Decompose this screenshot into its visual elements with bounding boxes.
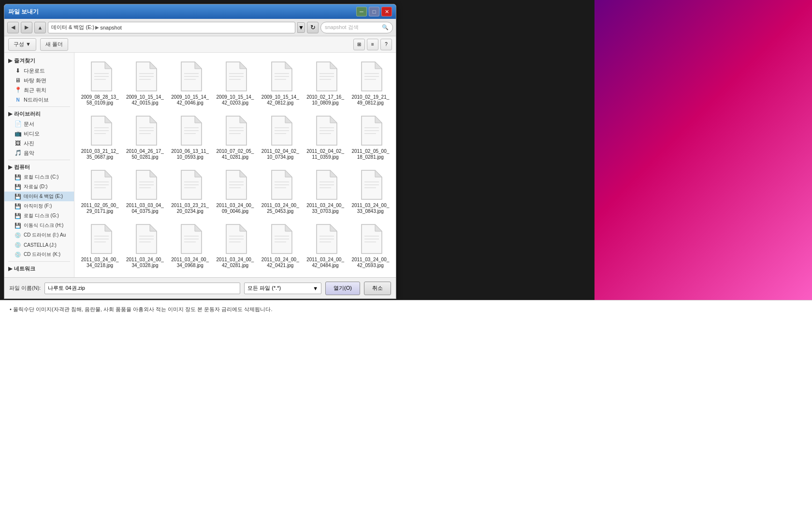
new-folder-button[interactable]: 새 폴더 bbox=[40, 38, 68, 51]
view-button-1[interactable]: ⊞ bbox=[353, 39, 365, 50]
music-icon: 🎵 bbox=[14, 149, 22, 157]
filetype-dropdown[interactable]: 모든 파일 (*.*) ▼ bbox=[244, 283, 321, 294]
file-item[interactable]: 2011_02_04_02_10_0734.jpg bbox=[259, 111, 302, 163]
open-button[interactable]: 열기(O) bbox=[325, 282, 360, 295]
minimize-button[interactable]: ─ bbox=[356, 7, 367, 16]
file-item[interactable]: 2011_03_24_00_34_0968.jpg bbox=[169, 219, 212, 271]
file-name: 2011_03_24_00_42_0421.jpg bbox=[261, 257, 299, 269]
filename-input[interactable]: 나루토 04권.zip bbox=[44, 283, 240, 294]
up-button[interactable]: ▲ bbox=[34, 22, 46, 33]
libraries-section: ▶ 라이브러리 📄 문서 📺 비디오 🖼 사진 bbox=[4, 109, 74, 158]
sidebar-item-h[interactable]: 💾 이동식 디스크 (H:) bbox=[4, 221, 74, 230]
file-item[interactable]: 2011_03_24_00_33_0703.jpg bbox=[304, 165, 347, 217]
file-icon bbox=[220, 114, 249, 148]
file-item[interactable]: 2011_03_24_00_09_0046.jpg bbox=[214, 165, 257, 217]
maximize-button[interactable]: □ bbox=[369, 7, 379, 16]
file-icon bbox=[130, 60, 160, 93]
file-item[interactable]: 2009_10_15_14_42_0046.jpg bbox=[169, 57, 212, 109]
file-icon bbox=[356, 168, 385, 202]
address-dropdown[interactable]: ▼ bbox=[297, 22, 305, 33]
file-item[interactable]: 2010_04_26_17_50_0281.jpg bbox=[123, 111, 166, 163]
file-item[interactable]: 2010_06_13_11_10_0593.jpg bbox=[169, 111, 212, 163]
sidebar-item-ndrive[interactable]: N N드라이브 bbox=[4, 95, 74, 105]
network-section: ▶ 네트워크 bbox=[4, 264, 74, 274]
file-icon bbox=[86, 222, 115, 256]
file-item[interactable]: 2011_02_04_02_11_0359.jpg bbox=[304, 111, 347, 163]
help-button[interactable]: ? bbox=[380, 39, 392, 50]
sidebar-item-g[interactable]: 💾 로컬 디스크 (G:) bbox=[4, 211, 74, 221]
file-item[interactable]: 2011_03_24_00_42_0421.jpg bbox=[259, 219, 302, 271]
file-item[interactable]: 2011_03_23_21_20_0234.jpg bbox=[169, 165, 212, 217]
search-field[interactable]: snapshot 검색 🔍 bbox=[320, 22, 393, 33]
window-title: 파일 보내기 bbox=[8, 8, 39, 16]
libraries-header[interactable]: ▶ 라이브러리 bbox=[4, 109, 74, 119]
sidebar-item-recent[interactable]: 📍 최근 위치 bbox=[4, 85, 74, 95]
sidebar-item-d[interactable]: 💾 자료실 (D:) bbox=[4, 182, 74, 192]
file-item[interactable]: 2010_03_21_12_35_0687.jpg bbox=[78, 111, 121, 163]
computer-header[interactable]: ▶ 컴퓨터 bbox=[4, 162, 74, 172]
address-field[interactable]: 데이터 & 백업 (E:) ▶ snapshot bbox=[48, 22, 295, 33]
file-icon bbox=[266, 222, 295, 256]
favorites-expand-icon: ▶ bbox=[8, 58, 12, 64]
file-name: 2009_10_15_14_42_0015.jpg bbox=[126, 94, 164, 106]
file-item[interactable]: 2010_07_02_05_41_0281.jpg bbox=[214, 111, 257, 163]
file-item[interactable]: 2009_10_15_14_42_0203.jpg bbox=[214, 57, 257, 109]
file-area[interactable]: 2009_08_28_13_58_0109.jpg 2009_10_15_14_… bbox=[74, 53, 396, 277]
cancel-button[interactable]: 취소 bbox=[364, 282, 391, 295]
file-item[interactable]: 2010_02_17_16_10_0809.jpg bbox=[304, 57, 347, 109]
file-item[interactable]: 2011_03_24_00_34_0328.jpg bbox=[123, 219, 166, 271]
organize-button[interactable]: 구성 ▼ bbox=[8, 38, 36, 51]
file-name: 2011_03_24_00_34_0328.jpg bbox=[126, 257, 164, 269]
file-item[interactable]: 2011_02_05_00_18_0281.jpg bbox=[349, 111, 392, 163]
file-icon bbox=[220, 168, 249, 202]
file-name: 2011_03_24_00_33_0703.jpg bbox=[306, 203, 344, 214]
file-name: 2011_02_04_02_10_0734.jpg bbox=[261, 149, 299, 160]
sidebar-item-e[interactable]: 💾 데이터 & 백업 (E:) bbox=[4, 192, 74, 201]
sidebar-item-c[interactable]: 💾 로컬 디스크 (C:) bbox=[4, 172, 74, 182]
sidebar-item-desktop[interactable]: 🖥 바탕 화면 bbox=[4, 75, 74, 85]
close-button[interactable]: ✕ bbox=[381, 7, 392, 16]
file-item[interactable]: 2011_03_24_00_42_0593.jpg bbox=[349, 219, 392, 271]
sidebar-item-f[interactable]: 💾 아직미정 (F:) bbox=[4, 201, 74, 211]
view-button-2[interactable]: ≡ bbox=[367, 39, 378, 50]
file-name: 2011_03_24_00_42_0484.jpg bbox=[306, 257, 344, 269]
desktop-icon: 🖥 bbox=[14, 76, 22, 84]
file-item[interactable]: 2010_02_19_21_49_0812.jpg bbox=[349, 57, 392, 109]
file-icon bbox=[130, 168, 160, 202]
favorites-header[interactable]: ▶ 즐겨찾기 bbox=[4, 56, 74, 66]
sidebar-item-j[interactable]: 💿 CASTELLA (J:) bbox=[4, 240, 74, 250]
file-item[interactable]: 2009_10_15_14_42_0812.jpg bbox=[259, 57, 302, 109]
file-item[interactable]: 2009_10_15_14_42_0015.jpg bbox=[123, 57, 166, 109]
network-expand-icon: ▶ bbox=[8, 266, 12, 272]
file-item[interactable]: 2009_08_28_13_58_0109.jpg bbox=[78, 57, 121, 109]
file-icon bbox=[266, 114, 295, 148]
file-item[interactable]: 2011_03_24_00_34_0218.jpg bbox=[78, 219, 121, 271]
file-item[interactable]: 2011_03_24_00_33_0843.jpg bbox=[349, 165, 392, 217]
file-name: 2010_07_02_05_41_0281.jpg bbox=[217, 149, 254, 160]
sidebar-item-photos[interactable]: 🖼 사진 bbox=[4, 138, 74, 148]
download-icon: ⬇ bbox=[14, 67, 22, 75]
file-item[interactable]: 2011_03_03_04_04_0375.jpg bbox=[123, 165, 166, 217]
sidebar-item-video[interactable]: 📺 비디오 bbox=[4, 129, 74, 138]
sidebar-item-k[interactable]: 💿 CD 드라이브 (K:) bbox=[4, 250, 74, 259]
refresh-button[interactable]: ↻ bbox=[307, 22, 319, 33]
forward-button[interactable]: ▶ bbox=[21, 22, 32, 33]
sidebar-item-documents[interactable]: 📄 문서 bbox=[4, 119, 74, 129]
drive-h-icon: 💾 bbox=[14, 222, 22, 229]
file-item[interactable]: 2011_03_24_00_42_0281.jpg bbox=[214, 219, 257, 271]
file-name: 2010_04_26_17_50_0281.jpg bbox=[126, 149, 164, 160]
file-name: 2011_03_24_00_34_0218.jpg bbox=[81, 257, 119, 269]
recent-icon: 📍 bbox=[14, 86, 22, 94]
file-item[interactable]: 2011_02_05_00_29_0171.jpg bbox=[78, 165, 121, 217]
breadcrumb: 데이터 & 백업 (E:) ▶ snapshot bbox=[51, 24, 292, 31]
filename-label: 파일 이름(N): bbox=[9, 284, 41, 292]
sidebar-item-download[interactable]: ⬇ 다운로드 bbox=[4, 66, 74, 75]
network-header[interactable]: ▶ 네트워크 bbox=[4, 264, 74, 274]
file-item[interactable]: 2011_03_24_00_25_0453.jpg bbox=[259, 165, 302, 217]
sidebar-item-music[interactable]: 🎵 음악 bbox=[4, 148, 74, 158]
back-button[interactable]: ◀ bbox=[7, 22, 19, 33]
libraries-expand-icon: ▶ bbox=[8, 111, 12, 117]
sidebar-item-i[interactable]: 💿 CD 드라이브 (I:) Au bbox=[4, 230, 74, 240]
file-icon bbox=[311, 60, 340, 93]
file-item[interactable]: 2011_03_24_00_42_0484.jpg bbox=[304, 219, 347, 271]
